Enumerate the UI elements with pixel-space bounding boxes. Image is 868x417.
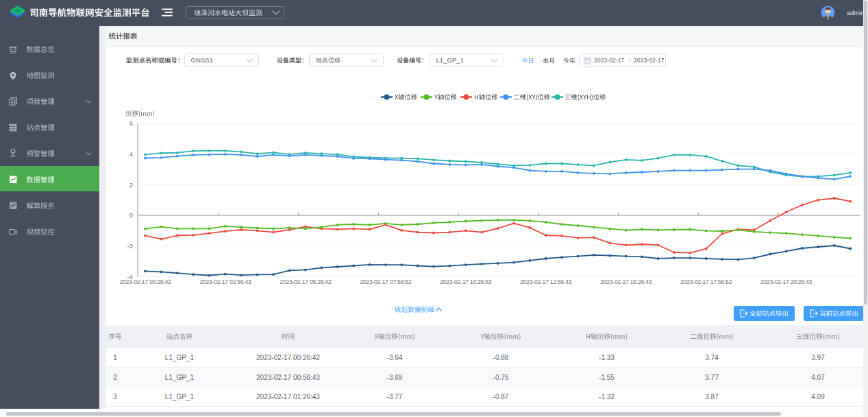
svg-text:3.97: 3.97 bbox=[811, 354, 825, 361]
svg-text:2023-02-17 20:26:43: 2023-02-17 20:26:43 bbox=[760, 278, 813, 285]
svg-text:6: 6 bbox=[129, 119, 133, 127]
svg-text:-1.32: -1.32 bbox=[599, 393, 615, 401]
svg-text:2023-02-17 02:56:43: 2023-02-17 02:56:43 bbox=[199, 278, 251, 285]
svg-text:2023-02-17 12:56:43: 2023-02-17 12:56:43 bbox=[520, 278, 572, 285]
svg-text:-3.69: -3.69 bbox=[387, 374, 403, 381]
svg-text:2023-02-17 00:26:42: 2023-02-17 00:26:42 bbox=[256, 354, 320, 361]
svg-text:admin: admin bbox=[847, 10, 864, 16]
svg-text:-1.33: -1.33 bbox=[599, 354, 615, 361]
svg-text:2023-02-17 00:56:43: 2023-02-17 00:56:43 bbox=[256, 374, 320, 381]
svg-text:2023-02-17: 2023-02-17 bbox=[634, 57, 665, 64]
svg-text:2: 2 bbox=[113, 374, 117, 381]
svg-text:2023-02-17 05:26:42: 2023-02-17 05:26:42 bbox=[280, 278, 332, 285]
svg-text:GNSS1: GNSS1 bbox=[191, 56, 214, 64]
svg-text:2023-02-17 15:26:43: 2023-02-17 15:26:43 bbox=[600, 278, 652, 285]
svg-text:4.09: 4.09 bbox=[811, 393, 825, 401]
svg-text:2: 2 bbox=[129, 181, 133, 189]
svg-text:-0.75: -0.75 bbox=[493, 374, 509, 381]
svg-text:2023-02-17 07:56:52: 2023-02-17 07:56:52 bbox=[360, 278, 412, 285]
svg-text:-: - bbox=[629, 57, 631, 64]
svg-text:3.87: 3.87 bbox=[705, 393, 719, 401]
svg-text:-0.88: -0.88 bbox=[493, 354, 509, 361]
svg-text:-3.77: -3.77 bbox=[387, 393, 403, 401]
svg-text:3: 3 bbox=[113, 393, 117, 401]
svg-text:L1_GP_1: L1_GP_1 bbox=[165, 374, 195, 381]
svg-text:-3.64: -3.64 bbox=[387, 354, 403, 361]
svg-text:0: 0 bbox=[129, 211, 133, 219]
svg-text:-1.55: -1.55 bbox=[599, 374, 615, 381]
svg-text:2023-02-17 00:26:42: 2023-02-17 00:26:42 bbox=[119, 278, 171, 285]
svg-text:L1_GP_1: L1_GP_1 bbox=[165, 393, 195, 401]
svg-text:1: 1 bbox=[113, 354, 117, 361]
svg-text:L1_GP_1: L1_GP_1 bbox=[436, 56, 464, 64]
svg-text:2023-02-17: 2023-02-17 bbox=[594, 57, 625, 64]
svg-text:4.07: 4.07 bbox=[811, 374, 825, 381]
svg-text:-0.87: -0.87 bbox=[493, 393, 509, 401]
svg-text:2023-02-17 17:56:52: 2023-02-17 17:56:52 bbox=[680, 278, 732, 285]
svg-text:2023-02-17 01:26:43: 2023-02-17 01:26:43 bbox=[256, 393, 320, 401]
svg-text:3.77: 3.77 bbox=[705, 374, 719, 381]
svg-text:L1_GP_1: L1_GP_1 bbox=[165, 354, 195, 361]
svg-text:3.74: 3.74 bbox=[705, 354, 719, 361]
svg-text:4: 4 bbox=[129, 150, 133, 158]
svg-text:2023-02-17 10:26:53: 2023-02-17 10:26:53 bbox=[440, 278, 492, 285]
svg-text:-2: -2 bbox=[127, 242, 133, 250]
